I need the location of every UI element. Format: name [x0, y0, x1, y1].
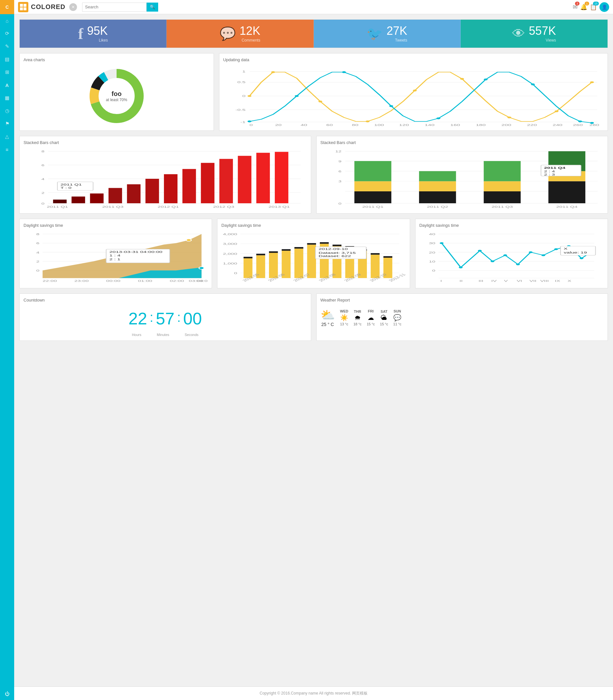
svg-text:I: I — [440, 279, 442, 283]
svg-text:1: 1 — [242, 70, 246, 73]
mail-badge[interactable]: ✉ 3 — [573, 3, 577, 11]
svg-point-128 — [186, 239, 191, 242]
svg-text:T : 0: T : 0 — [61, 186, 72, 190]
chart-row-1: Area charts — [19, 53, 608, 131]
header-search-form: 🔍 — [82, 3, 158, 12]
svg-rect-0 — [20, 4, 23, 7]
search-button[interactable]: 🔍 — [146, 3, 158, 12]
svg-text:2011 Q4: 2011 Q4 — [556, 206, 577, 208]
svg-point-37 — [318, 101, 322, 102]
sidebar-item-flag[interactable]: ⚑ — [0, 117, 14, 130]
twitter-label: Tweets — [387, 38, 407, 42]
sidebar-item-table[interactable]: ▦ — [0, 91, 14, 104]
sidebar-item-home[interactable]: ⌂ — [0, 14, 14, 27]
svg-text:2011 Q3: 2011 Q3 — [492, 206, 513, 208]
footer: Copyright © 2016.Company name All rights… — [14, 686, 613, 700]
minutes-label: Minutes — [157, 333, 169, 337]
sidebar-item-alert[interactable]: △ — [0, 130, 14, 143]
sidebar-item-clock[interactable]: ◷ — [0, 104, 14, 117]
svg-text:0.5: 0.5 — [237, 80, 246, 84]
comments-value: 12K — [240, 25, 260, 37]
svg-text:2011 Q1: 2011 Q1 — [362, 206, 383, 208]
sidebar-item-text[interactable]: A — [0, 79, 14, 91]
countdown-minutes: 57 — [156, 310, 174, 327]
svg-text:0: 0 — [36, 269, 39, 272]
svg-rect-167 — [333, 245, 342, 246]
weather-day-wed: WED ☀️ 13 °c — [340, 309, 349, 326]
stat-card-twitter: 🐦 27K Tweets — [314, 20, 461, 48]
svg-point-206 — [554, 248, 558, 250]
comments-label: Comments — [240, 38, 260, 42]
svg-rect-73 — [238, 156, 251, 203]
svg-text:30: 30 — [429, 242, 435, 245]
stacked-bars-2-panel: Stacked Bars chart 12 9 6 3 0 — [316, 136, 608, 213]
svg-point-38 — [366, 120, 369, 122]
header-close-button[interactable]: ✕ — [69, 3, 77, 11]
svg-text:2011 Q2: 2011 Q2 — [427, 206, 448, 208]
header-logo-icon — [18, 2, 28, 12]
svg-text:04:00: 04:00 — [196, 279, 208, 283]
svg-text:6: 6 — [41, 164, 44, 167]
user-avatar[interactable]: 👤 — [599, 2, 609, 12]
svg-rect-100 — [419, 171, 456, 181]
weather-day-sat: SAT 🌥 15 °c — [380, 310, 388, 326]
page-content: f 95K Likes 💬 12K Comments 🐦 27K Tweets — [14, 14, 613, 686]
daylight-3-title: Daylight savings time — [419, 223, 604, 228]
svg-rect-64 — [71, 196, 85, 203]
svg-text:220: 220 — [527, 124, 537, 127]
donut-sub-text: at least 70% — [106, 98, 127, 102]
facebook-icon: f — [78, 25, 83, 42]
svg-rect-172 — [371, 255, 380, 278]
svg-rect-72 — [219, 159, 233, 203]
svg-text:4,000: 4,000 — [223, 233, 237, 236]
svg-text:6: 6 — [36, 242, 39, 245]
svg-point-39 — [413, 90, 417, 91]
svg-text:IV: IV — [491, 279, 497, 283]
stat-card-views: 👁 557K Views — [461, 20, 608, 48]
svg-rect-66 — [108, 188, 122, 204]
daylight-1-title: Daylight savings time — [24, 223, 208, 228]
stat-views-info: 557K Views — [529, 25, 556, 42]
svg-text:-0.5: -0.5 — [235, 108, 246, 112]
svg-text:260: 260 — [573, 124, 583, 127]
weather-panel: Weather Report ⛅ 25 ° C WED ☀️ 13 °c THR… — [316, 294, 608, 341]
svg-text:0: 0 — [242, 94, 246, 98]
mail-count: 3 — [575, 2, 579, 5]
svg-text:20: 20 — [429, 251, 435, 254]
svg-text:3,000: 3,000 — [223, 242, 237, 245]
sidebar-item-edit[interactable]: ✎ — [0, 40, 14, 53]
svg-text:0: 0 — [338, 202, 341, 205]
svg-text:X: X — [567, 279, 571, 283]
svg-point-208 — [579, 257, 583, 259]
stat-card-facebook: f 95K Likes — [19, 20, 167, 48]
sidebar-item-files[interactable]: ▤ — [0, 53, 14, 66]
svg-rect-104 — [548, 181, 585, 203]
svg-text:22:00: 22:00 — [42, 279, 57, 283]
weather-day-thr: THR 🌧 18 °c — [353, 310, 362, 326]
stacked-bars-1-chart: 8 6 4 2 0 — [24, 148, 307, 209]
main-area: COLORED ✕ 🔍 ✉ 3 🔔 1 📋 15 👤 — [14, 0, 613, 700]
sidebar-item-power[interactable]: ⏻ — [0, 687, 14, 700]
area-chart-panel: Area charts — [19, 53, 214, 131]
notification-badge[interactable]: 🔔 1 — [580, 3, 587, 11]
sidebar-item-share[interactable]: ⟳ — [0, 27, 14, 40]
svg-text:40: 40 — [429, 233, 435, 236]
svg-point-48 — [436, 118, 440, 119]
svg-text:8: 8 — [36, 233, 39, 236]
svg-point-41 — [507, 117, 511, 118]
tasks-badge[interactable]: 📋 15 — [590, 3, 597, 11]
stacked-bars-1-title: Stacked Bars chart — [24, 140, 307, 145]
sidebar-item-grid[interactable]: ⊞ — [0, 66, 14, 79]
svg-text:40: 40 — [301, 124, 307, 127]
svg-text:-1: -1 — [240, 120, 246, 124]
svg-text:60: 60 — [326, 124, 332, 127]
svg-text:2013-03-31 04:00:00: 2013-03-31 04:00:00 — [109, 250, 162, 254]
daylight-3-panel: Daylight savings time 40 30 20 10 — [415, 219, 608, 288]
svg-rect-160 — [295, 249, 303, 278]
sidebar-item-menu[interactable]: ≡ — [0, 143, 14, 156]
svg-text:8: 8 — [41, 150, 44, 153]
svg-text:0: 0 — [41, 202, 44, 205]
svg-rect-63 — [53, 200, 67, 203]
weather-display: ⛅ 25 ° C WED ☀️ 13 °c THR 🌧 18 °c FRI — [321, 306, 604, 329]
search-input[interactable] — [82, 3, 146, 12]
